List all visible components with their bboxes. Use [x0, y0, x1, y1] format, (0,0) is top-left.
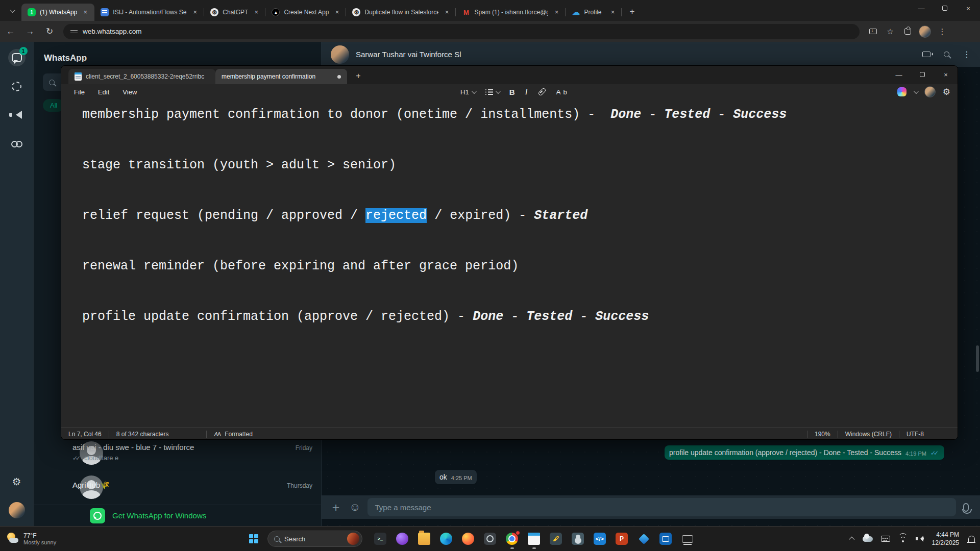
encoding[interactable]: UTF-8 [899, 431, 931, 438]
account-avatar[interactable] [924, 86, 936, 97]
back-button[interactable]: ← [2, 23, 19, 40]
taskbar-messenger-icon[interactable] [394, 530, 411, 547]
get-whatsapp-banner[interactable]: Get WhatsApp for Windows [34, 505, 321, 526]
close-tab-icon[interactable]: × [608, 8, 617, 16]
taskbar-outlook-icon[interactable] [657, 530, 674, 547]
taskbar-powerpoint-icon[interactable]: P [613, 530, 630, 547]
maximize-button[interactable] [911, 66, 934, 83]
browser-tab-profile[interactable]: ☁ Profile × [566, 4, 622, 21]
notepad-tab-membership[interactable]: membership payment confirmation [215, 69, 347, 84]
taskbar-terminal-icon[interactable]: >_ [372, 530, 389, 547]
browser-tab-whatsapp[interactable]: 1 (1) WhatsApp × [21, 4, 94, 21]
chat-list-row[interactable]: AgriHub🌾 Thursday [72, 481, 312, 490]
zoom-level[interactable]: 190% [807, 431, 838, 438]
line-ending[interactable]: Windows (CRLF) [838, 431, 899, 438]
chat-scrollbar[interactable] [976, 345, 979, 372]
close-tab-icon[interactable]: × [191, 8, 199, 16]
taskbar-notepad-icon[interactable] [525, 530, 543, 547]
site-settings-icon[interactable] [70, 29, 78, 34]
tab-search-button[interactable] [4, 3, 19, 18]
close-tab-icon[interactable]: × [252, 8, 260, 16]
hidden-icons-chevron[interactable] [849, 537, 854, 542]
taskbar-chrome-icon[interactable] [503, 530, 521, 547]
notification-bell-icon[interactable] [968, 536, 975, 542]
browser-tab-gmail-spam[interactable]: M Spam (1) - ishann.tforce@gmai × [456, 4, 566, 21]
message-input[interactable] [368, 498, 956, 516]
view-menu[interactable]: View [116, 86, 143, 98]
emoji-icon[interactable]: ☺ [349, 500, 360, 514]
settings-gear-icon[interactable]: ⚙ [943, 87, 950, 97]
contact-name[interactable]: Sarwar Tushar vai Twinforce Sl [356, 50, 461, 59]
taskbar-paint-icon[interactable]: 🖌 [547, 530, 565, 547]
profile-avatar-button[interactable] [8, 502, 26, 519]
taskbar-contacts-icon[interactable] [569, 530, 586, 547]
bookmark-button[interactable]: ☆ [883, 24, 897, 39]
maximize-button[interactable] [933, 0, 957, 16]
volume-icon[interactable] [916, 536, 924, 542]
list-dropdown[interactable] [485, 89, 499, 95]
formatted-toggle[interactable]: AAFormatted [207, 431, 259, 438]
chats-tab[interactable]: 1 [8, 49, 26, 66]
heading-dropdown[interactable]: H1 [460, 88, 475, 96]
notepad-editor[interactable]: membership payment confirmation to donor… [61, 99, 958, 427]
browser-tab-isij[interactable]: ISIJ - Automation/Flows Setup - × [94, 4, 204, 21]
minimize-button[interactable]: — [910, 0, 933, 16]
install-app-button[interactable] [866, 24, 880, 39]
chat-menu-icon[interactable]: ⋮ [963, 49, 971, 59]
wifi-icon[interactable] [898, 536, 908, 542]
status-tab[interactable] [8, 78, 26, 95]
notepad-tab-client-secret[interactable]: client_secret_2_60053885332-2reqe52rribc [68, 69, 215, 84]
chevron-down-icon[interactable] [914, 89, 919, 94]
incoming-message-bubble[interactable]: ok 4:25 PM [435, 470, 477, 484]
taskbar-device-icon[interactable] [679, 530, 696, 547]
close-tab-icon[interactable]: × [333, 8, 341, 16]
taskbar-file-explorer-icon[interactable] [415, 530, 433, 547]
extensions-button[interactable] [900, 24, 915, 39]
taskbar-vscode-icon[interactable]: </> [591, 530, 608, 547]
profile-button[interactable] [918, 24, 932, 39]
close-tab-icon[interactable]: × [552, 8, 560, 16]
search-in-chat-icon[interactable] [944, 52, 949, 57]
close-button[interactable]: × [934, 66, 958, 83]
reload-button[interactable]: ↻ [41, 23, 58, 40]
taskbar-edge-icon[interactable] [437, 530, 455, 547]
address-url[interactable]: web.whatsapp.com [83, 28, 142, 35]
taskbar-firefox-icon[interactable] [459, 530, 477, 547]
file-menu[interactable]: File [67, 86, 91, 98]
close-tab-icon[interactable]: × [443, 8, 451, 16]
notepad-new-tab-button[interactable]: + [351, 69, 365, 83]
chat-list-row[interactable]: asif vai - diu swe - blue 7 - twinforce … [72, 443, 312, 462]
browser-tab-salesforce-flow[interactable]: ⊛ Duplicate flow in Salesforce × [346, 4, 456, 21]
taskbar-search-box[interactable]: Search [267, 531, 362, 547]
italic-button[interactable]: I [525, 87, 527, 96]
touch-keyboard-icon[interactable] [881, 536, 890, 542]
copilot-icon[interactable] [897, 87, 906, 96]
edit-menu[interactable]: Edit [91, 86, 116, 98]
close-button[interactable]: × [957, 0, 980, 16]
forward-button[interactable]: → [21, 23, 39, 40]
bold-button[interactable]: B [509, 88, 515, 96]
minimize-button[interactable]: — [887, 66, 911, 83]
browser-tab-next-app[interactable]: ▲ Create Next App × [265, 4, 346, 21]
onedrive-icon[interactable] [863, 536, 873, 542]
taskbar-clock[interactable]: 4:44 PM 12/2/2025 [932, 531, 959, 547]
taskbar-azure-devops-icon[interactable] [635, 530, 652, 547]
channels-tab[interactable] [8, 106, 26, 123]
weather-widget[interactable]: 77°F Mostly sunny [6, 532, 83, 545]
browser-menu-button[interactable]: ⋮ [935, 24, 949, 39]
contact-avatar[interactable] [331, 45, 349, 64]
browser-tab-chatgpt[interactable]: ⊛ ChatGPT × [204, 4, 265, 21]
attach-icon[interactable]: ＋ [330, 499, 342, 515]
taskbar-camera-icon[interactable] [481, 530, 499, 547]
outgoing-message-bubble[interactable]: profile update confirmation (approve / r… [665, 445, 944, 460]
start-button[interactable] [245, 530, 262, 547]
settings-button[interactable]: ⚙ [8, 473, 26, 490]
microphone-icon[interactable] [963, 503, 969, 512]
clear-formatting-button[interactable]: Ab [556, 88, 567, 96]
video-call-icon[interactable] [922, 52, 930, 57]
new-tab-button[interactable]: + [625, 5, 639, 19]
communities-tab[interactable] [8, 135, 26, 152]
link-button[interactable] [538, 90, 546, 94]
address-bar[interactable]: web.whatsapp.com [63, 24, 860, 39]
close-tab-icon[interactable]: × [81, 8, 89, 16]
